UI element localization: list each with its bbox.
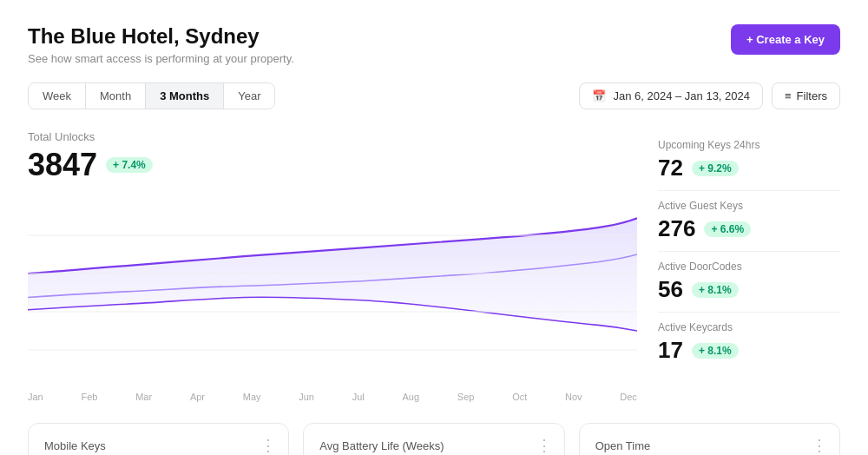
stat-active-doorcodes: Active DoorCodes 56 + 8.1% bbox=[658, 252, 840, 313]
stat-upcoming-keys: Upcoming Keys 24hrs 72 + 9.2% bbox=[658, 130, 840, 191]
card-open-time: Open Time ⋮ 0.52s bbox=[579, 423, 840, 455]
tab-week[interactable]: Week bbox=[29, 83, 86, 109]
stat-active-guest-keys: Active Guest Keys 276 + 6.6% bbox=[658, 191, 840, 252]
card-open-time-title: Open Time bbox=[595, 439, 824, 452]
page-subtitle: See how smart access is performing at yo… bbox=[28, 52, 294, 65]
card-mobile-keys-title: Mobile Keys bbox=[44, 439, 273, 452]
card-battery-life-title: Avg Battery Life (Weeks) bbox=[319, 439, 548, 452]
period-tabs: Week Month 3 Months Year bbox=[28, 82, 275, 109]
bottom-cards: Mobile Keys ⋮ 62% Avg Battery Life (Week… bbox=[28, 423, 840, 455]
tab-3months[interactable]: 3 Months bbox=[146, 83, 224, 109]
create-key-button[interactable]: + Create a Key bbox=[731, 24, 840, 55]
stat-active-keycards: Active Keycards 17 + 8.1% bbox=[658, 313, 840, 373]
card-battery-life: Avg Battery Life (Weeks) ⋮ 32.6 bbox=[303, 423, 564, 455]
chart-label: Total Unlocks bbox=[28, 130, 637, 143]
chart-value: 3847 bbox=[28, 147, 97, 183]
filters-button[interactable]: ≡ Filters bbox=[772, 82, 840, 109]
card-mobile-keys: Mobile Keys ⋮ 62% bbox=[28, 423, 289, 455]
tab-month[interactable]: Month bbox=[86, 83, 146, 109]
x-axis-labels: JanFebMarApr MayJunJulAug SepOctNovDec bbox=[28, 388, 637, 402]
card-mobile-keys-menu[interactable]: ⋮ bbox=[260, 436, 276, 455]
calendar-icon: 📅 bbox=[592, 89, 606, 102]
filter-icon: ≡ bbox=[785, 89, 792, 102]
side-stats: Upcoming Keys 24hrs 72 + 9.2% Active Gue… bbox=[658, 130, 840, 402]
card-battery-life-menu[interactable]: ⋮ bbox=[536, 436, 552, 455]
card-open-time-menu[interactable]: ⋮ bbox=[812, 436, 827, 455]
chart-badge: + 7.4% bbox=[106, 157, 153, 173]
date-range-button[interactable]: 📅 Jan 6, 2024 – Jan 13, 2024 bbox=[579, 82, 763, 109]
filters-label: Filters bbox=[797, 89, 827, 102]
date-range-label: Jan 6, 2024 – Jan 13, 2024 bbox=[613, 89, 750, 102]
tab-year[interactable]: Year bbox=[224, 83, 274, 109]
page-title: The Blue Hotel, Sydney bbox=[28, 24, 294, 49]
unlocks-chart bbox=[28, 197, 637, 388]
